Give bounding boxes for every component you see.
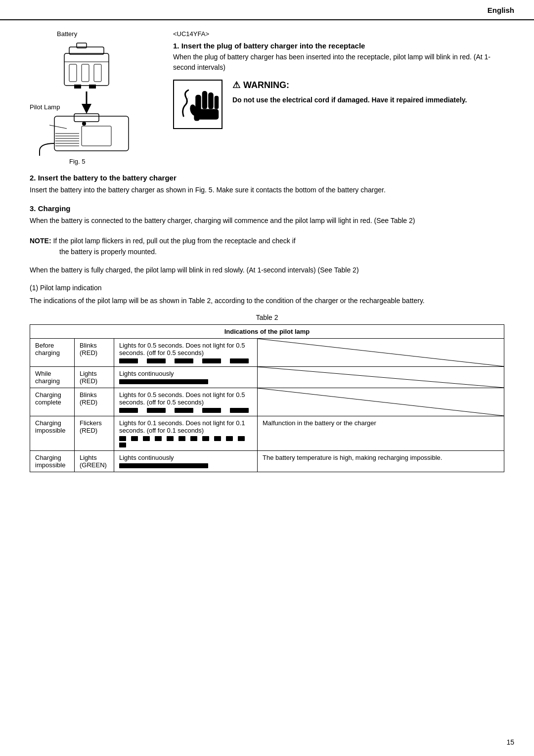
step2-body: Insert the battery into the battery char… (30, 184, 504, 195)
figure-area: Battery (30, 30, 158, 164)
svg-rect-26 (208, 92, 214, 109)
bar-segment (119, 379, 208, 384)
table-title: Table 2 (30, 313, 504, 321)
bar-segment (131, 436, 138, 441)
svg-rect-2 (64, 53, 109, 86)
table-cell-condition: Charging impossible (30, 416, 75, 450)
table-row: Before chargingBlinks (RED)Lights for 0.… (30, 338, 504, 366)
bar-segment (147, 358, 166, 363)
svg-rect-4 (69, 64, 77, 82)
table-cell-lamp: Lights (GREEN) (75, 450, 114, 472)
language-label: English (488, 6, 514, 14)
table-cell-indication: Lights continuously (114, 450, 258, 472)
table-cell-lamp: Flickers (RED) (75, 416, 114, 450)
bar-segment (202, 436, 209, 441)
warning-title: ⚠ WARNING: (232, 80, 504, 90)
step1-title-text: Insert the plug of battery charger into … (181, 42, 365, 50)
battery-charger-diagram (35, 37, 148, 156)
bar-segment (119, 436, 126, 441)
table-cell-note: The battery temperature is high, making … (258, 450, 504, 472)
bar-segment (230, 358, 249, 363)
svg-line-11 (49, 125, 67, 129)
table-cell-indication: Lights continuously (114, 366, 258, 388)
bar-segment (226, 436, 233, 441)
table-cell-indication: Lights for 0.5 seconds. Does not light f… (114, 338, 258, 366)
table-cell-note (258, 338, 504, 366)
table-cell-note (258, 388, 504, 416)
svg-rect-21 (82, 126, 111, 146)
step1-desc: When the plug of battery charger has bee… (173, 52, 504, 73)
table-row: Charging impossibleFlickers (RED)Lights … (30, 416, 504, 450)
table-cell-lamp: Blinks (RED) (75, 388, 114, 416)
bar-container (119, 408, 252, 413)
bar-segment (175, 408, 193, 413)
table-cell-indication: Lights for 0.5 seconds. Does not light f… (114, 388, 258, 416)
table-header: Indications of the pilot lamp (30, 324, 504, 338)
step3-title-text: Charging (38, 204, 71, 213)
table-cell-note: Malfunction in the battery or the charge… (258, 416, 504, 450)
note-indent: the battery is properly mounted. (59, 246, 504, 257)
bar-segment (147, 408, 166, 413)
bar-segment (230, 408, 249, 413)
step2: 2. Insert the battery to the battery cha… (30, 174, 504, 195)
step1-number: 1. (173, 42, 179, 50)
bar-segment (119, 358, 138, 363)
warning-hand-icon (174, 81, 222, 128)
step3: 3. Charging When the battery is connecte… (30, 204, 504, 226)
svg-rect-7 (74, 85, 81, 89)
bar-segment (119, 443, 126, 447)
table-cell-condition: Charging impossible (30, 450, 75, 472)
warning-area: ⚠ WARNING: Do not use the electrical cor… (173, 80, 504, 129)
bar-container (119, 436, 252, 447)
table-cell-indication: Lights for 0.1 seconds. Does not light f… (114, 416, 258, 450)
battery-label: Battery (57, 30, 77, 38)
svg-marker-10 (82, 104, 91, 114)
step1-title: 1. Insert the plug of battery charger in… (173, 42, 504, 50)
bar-segment (190, 436, 197, 441)
bar-segment (155, 436, 162, 441)
bar-segment (167, 436, 174, 441)
header: English (0, 0, 534, 20)
warning-box: ⚠ WARNING: Do not use the electrical cor… (232, 80, 504, 105)
instructions-area: <UC14YFA> 1. Insert the plug of battery … (173, 30, 504, 164)
svg-rect-27 (215, 96, 219, 109)
warning-icon: ⚠ (232, 80, 240, 90)
pilot-indication: (1) Pilot lamp indication The indication… (30, 282, 504, 307)
bar-container (119, 358, 252, 363)
pilot-lamp-label: Pilot Lamp (30, 103, 60, 111)
step3-number: 3. (30, 204, 36, 213)
warning-text: Do not use the electrical cord if damage… (232, 94, 504, 105)
warning-title-text: WARNING: (243, 80, 289, 90)
bar-segment (143, 436, 150, 441)
svg-line-32 (258, 367, 504, 388)
table-row: Charging impossibleLights (GREEN)Lights … (30, 450, 504, 472)
svg-line-33 (258, 388, 504, 416)
top-section: Battery (30, 30, 504, 164)
step2-number: 2. (30, 174, 36, 182)
svg-rect-8 (89, 85, 96, 89)
table-cell-lamp: Lights (RED) (75, 366, 114, 388)
pilot-indication-title: (1) Pilot lamp indication (30, 282, 504, 293)
model-number: <UC14YFA> (173, 30, 504, 38)
note-text: If the pilot lamp flickers in red, pull … (53, 237, 295, 245)
note-block: NOTE: If the pilot lamp flickers in red,… (30, 235, 504, 258)
svg-rect-6 (94, 64, 101, 82)
step2-title: 2. Insert the battery to the battery cha… (30, 174, 504, 182)
bar-segment (119, 463, 208, 468)
bar-segment (178, 436, 185, 441)
pilot-table: Indications of the pilot lamp Before cha… (30, 324, 504, 472)
warning-image (173, 80, 222, 129)
bar-segment (202, 358, 221, 363)
bar-segment (238, 436, 245, 441)
table-cell-condition: While charging (30, 366, 75, 388)
table-row: Charging completeBlinks (RED)Lights for … (30, 388, 504, 416)
bar-container (119, 379, 252, 384)
note-label: NOTE: (30, 237, 51, 245)
svg-line-31 (258, 339, 504, 366)
bar-segment (214, 436, 221, 441)
svg-rect-29 (195, 109, 219, 120)
table-cell-condition: Before charging (30, 338, 75, 366)
bar-segment (119, 408, 138, 413)
svg-rect-5 (82, 64, 89, 82)
diagram-wrapper: Battery (30, 30, 158, 164)
